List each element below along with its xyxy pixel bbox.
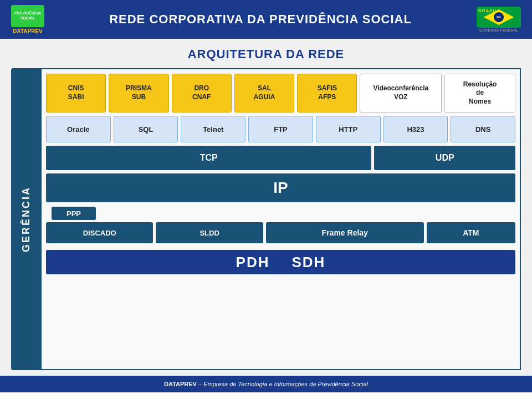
app-videoconf: Videoconferência VOZ <box>360 74 442 112</box>
proto-dns: DNS <box>451 116 515 142</box>
link-group-left: PPP DISCADO SLDD <box>46 207 263 243</box>
proto-sql: SQL <box>114 116 178 142</box>
proto-oracle: Oracle <box>46 116 111 142</box>
header-title: REDE CORPORATIVA DA PREVIDÊNCIA SOCIAL <box>109 12 412 27</box>
app-resolucao: Resolução de Nomes <box>444 74 515 112</box>
atm-box: ATM <box>427 222 515 243</box>
proto-http: HTTP <box>316 116 381 142</box>
gerencia-label: GERÊNCIA <box>21 186 32 252</box>
main-content: ARQUITETURA DA REDE GERÊNCIA CNIS SABI P… <box>0 39 532 376</box>
udp-box: UDP <box>374 146 515 170</box>
content-area: GERÊNCIA CNIS SABI PRISMA SUB DRO CNAF <box>11 68 521 370</box>
ppp-label: PPP <box>52 207 96 220</box>
apps-row: CNIS SABI PRISMA SUB DRO CNAF SAL AGUIA … <box>46 74 515 112</box>
gov-federal-label: GOVERNO FEDERAL <box>479 28 518 32</box>
proto-ftp: FTP <box>248 116 313 142</box>
pdh-sdh-row: PDH SDH <box>46 250 515 274</box>
app-safis-afps: SAFIS AFPS <box>297 74 357 112</box>
sldd-box: SLDD <box>156 222 263 243</box>
sidebar-gerencia: GERÊNCIA <box>11 68 42 370</box>
app-sal-aguia: SAL AGUIA <box>234 74 294 112</box>
app-cnis-sabi: CNIS SABI <box>46 74 106 112</box>
pdh-label: PDH <box>236 254 270 271</box>
dataprev-label: DATAPREV <box>13 28 43 34</box>
logo-left: PREVIDÊNCIASOCIAL DATAPREV <box>11 5 44 34</box>
header: PREVIDÊNCIASOCIAL DATAPREV REDE CORPORAT… <box>0 0 532 39</box>
grid-area: CNIS SABI PRISMA SUB DRO CNAF SAL AGUIA … <box>42 68 521 370</box>
tcp-udp-row: TCP UDP <box>46 146 515 170</box>
proto-h323: H323 <box>383 116 448 142</box>
brasil-badge: BR B R A S I L GOVERNO FEDERAL <box>477 7 521 32</box>
link-bottom-row: DISCADO SLDD <box>46 222 263 243</box>
section-title: ARQUITETURA DA REDE <box>11 47 521 62</box>
protocol-row: Oracle SQL Telnet FTP HTTP H323 <box>46 116 515 142</box>
ip-box: IP <box>46 173 515 202</box>
sdh-label: SDH <box>292 254 326 271</box>
proto-telnet: Telnet <box>181 116 245 142</box>
frame-relay-box: Frame Relay <box>266 222 424 243</box>
app-dro-cnaf: DRO CNAF <box>172 74 232 112</box>
tcp-box: TCP <box>46 146 371 170</box>
app-prisma-sub: PRISMA SUB <box>109 74 168 112</box>
footer: DATAPREV – Empresa de Tecnologia e Infor… <box>0 376 532 392</box>
discado-box: DISCADO <box>46 222 153 243</box>
link-row: PPP DISCADO SLDD Frame Relay AT <box>46 206 515 243</box>
footer-text: DATAPREV – Empresa de Tecnologia e Infor… <box>164 381 368 387</box>
brasil-flag: BR B R A S I L <box>477 7 521 28</box>
previdencia-logo: PREVIDÊNCIASOCIAL <box>11 5 44 27</box>
ip-row: IP <box>46 173 515 202</box>
brasil-circle: BR <box>494 12 504 22</box>
